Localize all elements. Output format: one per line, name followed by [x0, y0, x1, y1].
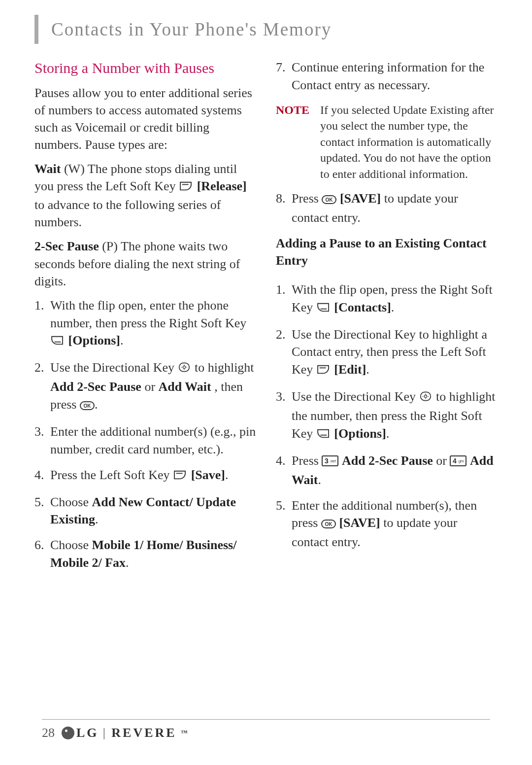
list-item: 4. Press 3def Add 2-Sec Pause or 4ghi Ad… — [276, 452, 498, 489]
svg-point-16 — [425, 395, 427, 398]
wait-description: Wait (W) The phone stops dialing until y… — [34, 160, 256, 231]
list-item: 1. With the flip open, enter the phone n… — [34, 297, 256, 351]
list-item: 5. Choose Add New Contact/ Update Existi… — [34, 493, 256, 529]
svg-point-4 — [181, 367, 182, 368]
svg-point-20 — [426, 398, 427, 399]
list-item: 3. Enter the additional number(s) (e.g.,… — [34, 423, 256, 458]
svg-text:OK: OK — [83, 403, 91, 409]
page-number: 28 — [42, 726, 55, 740]
svg-point-7 — [184, 369, 185, 370]
directional-key-icon — [419, 389, 432, 407]
svg-rect-2 — [179, 363, 190, 372]
left-column: Storing a Number with Pauses Pauses allo… — [34, 59, 256, 580]
ok-key-icon: OK — [80, 397, 95, 415]
pause-description: 2-Sec Pause (P) The phone waits two seco… — [34, 238, 256, 289]
key-4-icon: 4ghi — [450, 453, 466, 471]
lg-logo-icon: LG — [62, 726, 99, 740]
left-soft-key-icon — [316, 362, 331, 380]
note-label: NOTE — [276, 102, 309, 118]
right-soft-key-icon — [50, 333, 65, 351]
page-title: Contacts in Your Phone's Memory — [34, 15, 498, 44]
svg-text:3: 3 — [325, 457, 329, 465]
list-item: 6. Choose Mobile 1/ Home/ Business/ Mobi… — [34, 536, 256, 572]
ok-key-icon: OK — [321, 516, 336, 533]
svg-point-5 — [187, 367, 188, 368]
svg-text:OK: OK — [326, 197, 333, 203]
svg-text:OK: OK — [325, 522, 332, 527]
list-item: 2. Use the Directional Key to highlight … — [34, 359, 256, 415]
right-steps-cont: 7. Continue entering information for the… — [276, 59, 498, 94]
left-soft-key-icon — [179, 179, 194, 196]
directional-key-icon — [177, 360, 191, 378]
right-soft-key-icon — [316, 300, 331, 318]
list-item: 4. Press the Left Soft Key [Save]. — [34, 466, 256, 486]
svg-text:ghi: ghi — [459, 459, 464, 463]
right-column: 7. Continue entering information for the… — [276, 59, 498, 580]
svg-point-19 — [426, 394, 427, 395]
svg-text:def: def — [331, 459, 336, 463]
note-block: NOTE If you selected Update Existing aft… — [276, 102, 498, 182]
left-steps: 1. With the flip open, enter the phone n… — [34, 297, 256, 572]
right-steps-adding: 1. With the flip open, press the Right S… — [276, 281, 498, 551]
key-3-icon: 3def — [322, 453, 338, 471]
svg-point-3 — [183, 366, 186, 369]
left-soft-key-icon — [173, 468, 188, 486]
svg-point-6 — [184, 365, 185, 366]
svg-point-17 — [423, 396, 424, 397]
list-item: 3. Use the Directional Key to highlight … — [276, 388, 498, 444]
intro-paragraph: Pauses allow you to enter additional ser… — [34, 84, 256, 153]
list-item: 7. Continue entering information for the… — [276, 59, 498, 94]
right-soft-key-icon — [316, 426, 331, 444]
svg-rect-15 — [421, 392, 431, 401]
body-columns: Storing a Number with Pauses Pauses allo… — [34, 59, 498, 580]
list-item: 1. With the flip open, press the Right S… — [276, 281, 498, 318]
right-step8: 8. Press OK [SAVE] to update your contac… — [276, 190, 498, 227]
page-footer: 28 LG | REVERE™ — [42, 719, 490, 740]
svg-point-18 — [428, 396, 429, 397]
svg-text:4: 4 — [453, 457, 457, 465]
list-item: 2. Use the Directional Key to highlight … — [276, 326, 498, 381]
ok-key-icon: OK — [322, 191, 336, 209]
section-head-storing: Storing a Number with Pauses — [34, 59, 256, 77]
brand-logo: LG | REVERE™ — [62, 726, 190, 740]
list-item: 8. Press OK [SAVE] to update your contac… — [276, 190, 498, 227]
list-item: 5. Enter the additional number(s), then … — [276, 497, 498, 552]
sub-head-adding-pause: Adding a Pause to an Existing Contact En… — [276, 235, 498, 269]
